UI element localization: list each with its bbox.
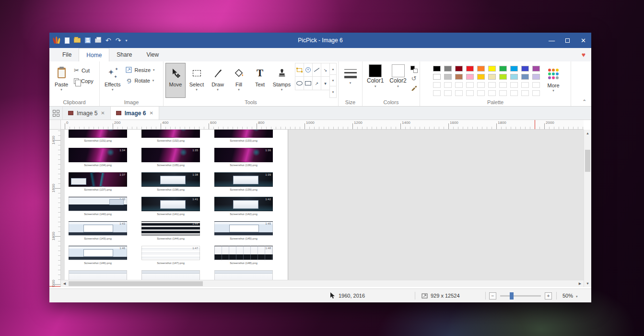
close-tab-icon[interactable]: ✕ — [101, 110, 105, 116]
tab-list-button[interactable] — [49, 107, 63, 120]
zoom-slider[interactable] — [500, 295, 541, 297]
palette-swatch[interactable] — [532, 74, 540, 80]
cursor-y-marker — [49, 286, 60, 287]
scroll-right-icon[interactable]: ▶ — [576, 280, 584, 287]
palette-swatch[interactable] — [532, 90, 540, 96]
doc-tab-image5[interactable]: Image 5 ✕ — [63, 107, 111, 120]
paste-button[interactable]: Paste ▾ — [51, 63, 71, 98]
palette-swatch[interactable] — [477, 66, 485, 72]
palette-swatch[interactable] — [477, 90, 485, 96]
thumbnail-caption: Screenshot (147).png — [141, 261, 200, 265]
vertical-scrollbar[interactable]: ▲ ▼ — [584, 130, 591, 287]
palette-swatch[interactable] — [532, 82, 540, 88]
palette-swatch[interactable] — [510, 66, 518, 72]
close-tab-icon[interactable]: ✕ — [149, 110, 153, 116]
palette-swatch[interactable] — [521, 82, 529, 88]
canvas[interactable]: 1:31 Screenshot (131).png 1:32 Screensho… — [61, 130, 584, 280]
minimize-button[interactable]: — — [544, 33, 560, 48]
palette-swatch[interactable] — [521, 74, 529, 80]
palette-swatch[interactable] — [444, 74, 452, 80]
palette-swatch[interactable] — [433, 90, 441, 96]
palette-swatch[interactable] — [488, 74, 496, 80]
shapes-gallery-more-button[interactable]: ▼ — [329, 86, 337, 98]
palette-swatch[interactable] — [510, 82, 518, 88]
palette-swatch[interactable] — [499, 82, 507, 88]
eyedropper-icon[interactable] — [411, 84, 417, 91]
shape-rectangle-button[interactable] — [304, 76, 313, 90]
zoom-level-dropdown[interactable]: 50% ▾ — [562, 289, 578, 302]
palette-swatch[interactable] — [433, 66, 441, 72]
palette-swatch[interactable] — [455, 66, 463, 72]
palette-swatch[interactable] — [532, 66, 540, 72]
zoom-slider-thumb[interactable] — [510, 292, 514, 300]
palette-swatch[interactable] — [466, 82, 474, 88]
scroll-down-icon[interactable]: ▼ — [584, 280, 591, 287]
shape-arrow-button[interactable]: ↘ — [321, 63, 330, 77]
resize-button[interactable]: Resize ▾ — [126, 67, 154, 73]
rotate-button[interactable]: Rotate ▾ — [126, 77, 154, 84]
palette-swatch[interactable] — [488, 90, 496, 96]
shape-ellipse-button[interactable] — [295, 76, 304, 90]
draw-tool-button[interactable]: Draw ▾ — [208, 63, 228, 98]
zoom-out-button[interactable]: − — [489, 289, 496, 302]
shape-circle-plus-button[interactable]: + — [304, 63, 313, 77]
cut-button[interactable]: ✂ Cut — [74, 67, 94, 74]
palette-swatch[interactable] — [444, 90, 452, 96]
text-tool-button[interactable]: T Text — [250, 63, 270, 98]
palette-swatch[interactable] — [521, 66, 529, 72]
color1-button[interactable]: Color1 ▾ — [367, 64, 384, 98]
palette-swatch[interactable] — [455, 74, 463, 80]
palette-swatch[interactable] — [477, 74, 485, 80]
palette-swatch[interactable] — [433, 74, 441, 80]
palette-swatch[interactable] — [488, 82, 496, 88]
shape-selection-rect-button[interactable] — [295, 63, 304, 77]
palette-swatch[interactable] — [499, 66, 507, 72]
palette-swatch[interactable] — [499, 90, 507, 96]
stamps-tool-button[interactable]: Stamps ▾ — [271, 63, 293, 98]
palette-swatch[interactable] — [499, 74, 507, 80]
fill-tool-button[interactable]: Fill ▾ — [229, 63, 249, 98]
tab-share[interactable]: Share — [109, 48, 139, 61]
swap-colors-icon[interactable]: ↺ — [410, 75, 418, 82]
scroll-up-icon[interactable]: ▲ — [584, 130, 591, 137]
collapse-ribbon-icon[interactable]: ⌃ — [583, 99, 586, 104]
doc-tab-image6[interactable]: Image 6 ✕ — [111, 107, 159, 120]
line-width-button[interactable]: ▾ — [339, 69, 362, 84]
palette-swatch[interactable] — [444, 82, 452, 88]
maximize-button[interactable] — [560, 33, 575, 48]
select-tool-button[interactable]: Select ▾ — [187, 63, 207, 98]
tab-home[interactable]: Home — [79, 48, 109, 61]
close-button[interactable]: ✕ — [575, 33, 591, 48]
palette-swatch[interactable] — [433, 82, 441, 88]
shape-arrow2-button[interactable]: ↗ — [312, 76, 321, 90]
shape-line-button[interactable] — [312, 63, 321, 77]
tab-view[interactable]: View — [139, 48, 166, 61]
palette-swatch[interactable] — [466, 74, 474, 80]
effects-button[interactable]: ✦✦✦ Effects ▾ — [102, 63, 123, 98]
palette-swatch[interactable] — [510, 74, 518, 80]
palette-swatch[interactable] — [466, 66, 474, 72]
horizontal-scrollbar[interactable]: ◀ ▶ — [61, 280, 584, 287]
color2-button[interactable]: Color2 ▾ — [389, 64, 406, 98]
heart-icon[interactable]: ♥ — [582, 51, 585, 59]
horizontal-scroll-thumb[interactable] — [69, 281, 203, 286]
shapes-scroll-up-button[interactable]: ▲ — [329, 63, 337, 75]
zoom-in-button[interactable]: + — [545, 289, 552, 302]
move-tool-button[interactable]: Move — [165, 63, 186, 98]
palette-swatch[interactable] — [466, 90, 474, 96]
scroll-left-icon[interactable]: ◀ — [61, 280, 68, 287]
palette-swatch[interactable] — [477, 82, 485, 88]
more-colors-button[interactable]: More ▾ — [543, 64, 563, 98]
copy-button[interactable]: Copy — [74, 78, 94, 84]
palette-swatch[interactable] — [455, 90, 463, 96]
shape-more-button[interactable]: ▾ — [321, 76, 330, 90]
vertical-scroll-thumb[interactable] — [585, 150, 590, 172]
palette-swatch[interactable] — [488, 66, 496, 72]
shapes-scroll-down-button[interactable]: ▼ — [329, 74, 337, 86]
default-colors-icon[interactable] — [410, 66, 418, 73]
palette-swatch[interactable] — [521, 90, 529, 96]
tab-file[interactable]: File — [55, 48, 79, 61]
palette-swatch[interactable] — [510, 90, 518, 96]
palette-swatch[interactable] — [444, 66, 452, 72]
palette-swatch[interactable] — [455, 82, 463, 88]
